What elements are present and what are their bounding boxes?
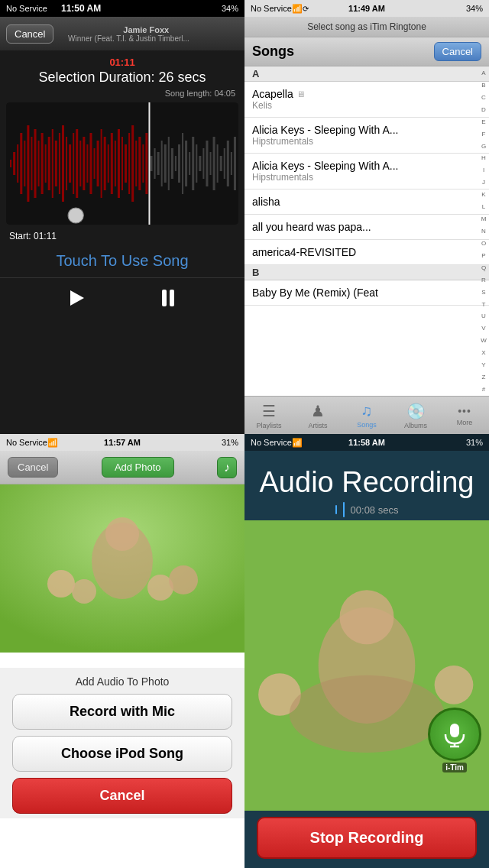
tab-artists[interactable]: ♟ Artists <box>293 397 342 434</box>
svg-rect-56 <box>115 141 116 186</box>
song-item-baby[interactable]: Baby By Me (Remix) (Feat <box>244 280 489 306</box>
svg-rect-66 <box>148 102 150 225</box>
tab-songs[interactable]: ♫ Songs <box>342 397 391 434</box>
svg-rect-5 <box>164 144 167 183</box>
battery-bl: 31% <box>222 438 238 447</box>
panel-song-list: No Service 📶 ⟳ 11:49 AM 34% Select song … <box>244 0 489 434</box>
svg-rect-62 <box>135 141 137 186</box>
svg-rect-25 <box>234 137 236 190</box>
tab-songs-label: Songs <box>357 421 377 429</box>
song-item-all-you[interactable]: all you heard was papa... <box>244 215 489 240</box>
svg-point-72 <box>47 570 75 598</box>
cancel-button-bl[interactable]: Cancel <box>8 457 58 478</box>
tab-more[interactable]: ••• More <box>440 397 489 434</box>
song-item-alicia2[interactable]: Alicia Keys - Sleeping With A... Hipstru… <box>244 154 489 189</box>
time-br: 11:58 AM <box>348 438 385 447</box>
touch-to-use[interactable]: Touch To Use Song <box>0 245 244 274</box>
transport-bar <box>0 277 244 318</box>
svg-rect-47 <box>83 137 85 190</box>
cancel-red-button[interactable]: Cancel <box>12 778 232 814</box>
svg-rect-58 <box>121 137 123 190</box>
recording-photo: i-Tim <box>244 520 489 811</box>
play-button[interactable] <box>63 284 90 312</box>
song-length: Song length: 04:05 <box>0 89 244 98</box>
status-bar-br: No Service 📶 11:58 AM 31% <box>244 434 489 451</box>
svg-rect-9 <box>178 144 180 183</box>
battery-br: 31% <box>466 438 483 447</box>
section-header-b: B <box>244 265 489 280</box>
svg-rect-12 <box>189 152 190 175</box>
svg-rect-49 <box>89 133 92 194</box>
svg-rect-22 <box>224 148 225 179</box>
alpha-index[interactable]: ABC DEF GHI JKL MNO PQR STU VWX YZ# <box>478 66 489 396</box>
loading-tr: ⟳ <box>303 5 309 13</box>
tab-playlists[interactable]: ☰ Playlists <box>244 397 293 434</box>
tab-albums[interactable]: 💿 Albums <box>391 397 440 434</box>
svg-rect-20 <box>217 144 219 183</box>
choose-ipod-button[interactable]: Choose iPod Song <box>12 736 232 772</box>
waveform[interactable] <box>6 102 238 225</box>
albums-icon: 💿 <box>406 402 426 420</box>
svg-point-71 <box>105 517 139 551</box>
svg-rect-7 <box>171 148 173 179</box>
svg-rect-43 <box>69 144 71 183</box>
svg-rect-31 <box>27 125 29 202</box>
svg-rect-14 <box>196 144 197 183</box>
music-note-button[interactable]: ♪ <box>217 457 237 478</box>
svg-rect-13 <box>192 137 194 190</box>
svg-point-67 <box>68 208 83 223</box>
tab-playlists-label: Playlists <box>256 422 281 429</box>
panel-song-selection: No Service 11:50 AM 34% Cancel Jamie Fox… <box>0 0 244 434</box>
svg-rect-39 <box>55 141 57 186</box>
svg-rect-35 <box>41 133 44 194</box>
svg-rect-33 <box>34 129 36 198</box>
svg-rect-61 <box>131 125 134 202</box>
cancel-button-tl[interactable]: Cancel <box>6 24 53 44</box>
song-item-alisha[interactable]: alisha <box>244 189 489 215</box>
svg-rect-57 <box>118 129 120 198</box>
svg-rect-65 <box>145 133 147 194</box>
panel-add-photo: No Service 📶 11:57 AM 31% Cancel Add Pho… <box>0 434 244 868</box>
track-artist: Jamie Foxx <box>60 25 232 34</box>
add-photo-button[interactable]: Add Photo <box>102 457 174 478</box>
svg-rect-53 <box>104 137 106 190</box>
svg-rect-32 <box>31 137 32 190</box>
add-photo-nav: Cancel Add Photo ♪ <box>0 451 244 484</box>
status-bar-bl: No Service 📶 11:57 AM 31% <box>0 434 244 451</box>
status-bar-tl: No Service 11:50 AM 34% <box>0 0 244 17</box>
track-info: Jamie Foxx Winner (Feat. T.I. & Justin T… <box>60 25 232 43</box>
svg-rect-41 <box>62 125 64 202</box>
record-mic-button[interactable]: Record with Mic <box>12 694 232 730</box>
song-item-acapella[interactable]: Acapella 🖥 Kelis <box>244 82 489 118</box>
audio-recording-title: Audio Recording <box>244 451 489 499</box>
tab-artists-label: Artists <box>308 422 327 429</box>
songs-icon: ♫ <box>361 402 373 419</box>
songs-list[interactable]: A Acapella 🖥 Kelis Alicia Keys - Sleepin… <box>244 66 489 396</box>
song-item-alicia1[interactable]: Alicia Keys - Sleeping With A... Hipstru… <box>244 118 489 154</box>
level-bar-2 <box>343 502 345 517</box>
svg-point-80 <box>435 666 474 704</box>
song-item-america[interactable]: america4-REVISITED <box>244 240 489 265</box>
svg-point-78 <box>340 590 394 644</box>
start-label: Start: 01:11 <box>0 228 244 245</box>
cancel-button-tr[interactable]: Cancel <box>434 42 481 61</box>
track-song: Winner (Feat. T.I. & Justin Timberl... <box>60 34 197 43</box>
svg-rect-23 <box>227 141 229 186</box>
photo-preview <box>0 484 244 668</box>
time-bl: 11:57 AM <box>104 438 141 447</box>
current-time: 01:11 <box>0 57 244 68</box>
svg-rect-54 <box>108 144 109 183</box>
songs-nav: Songs Cancel <box>244 37 489 66</box>
pause-button[interactable] <box>154 284 182 312</box>
tab-bar: ☰ Playlists ♟ Artists ♫ Songs 💿 Albums •… <box>244 396 489 434</box>
svg-rect-42 <box>66 137 67 190</box>
svg-rect-52 <box>101 129 102 198</box>
svg-rect-48 <box>86 144 88 183</box>
svg-rect-24 <box>231 152 232 175</box>
svg-rect-2 <box>154 148 156 179</box>
mic-icon <box>428 708 481 761</box>
svg-rect-6 <box>168 137 170 190</box>
svg-rect-38 <box>52 129 53 198</box>
carrier-bl: No Service <box>6 438 47 447</box>
stop-recording-button[interactable]: Stop Recording <box>257 817 477 859</box>
